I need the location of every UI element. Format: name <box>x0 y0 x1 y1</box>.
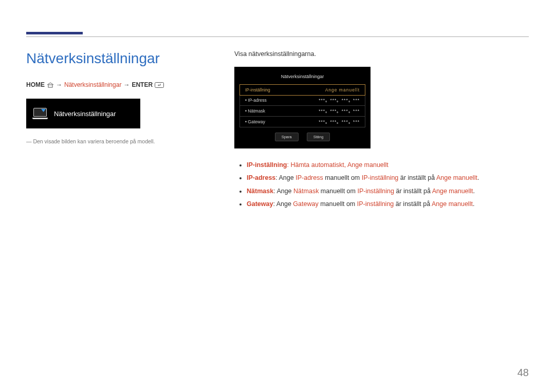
right-column: Visa nätverksinställningarna. Nätverksin… <box>234 50 529 212</box>
dialog-label: Nätmask <box>245 108 265 114</box>
dialog-value: ***｡ ***｡ ***｡ *** <box>319 119 360 124</box>
page-number: 48 <box>517 367 529 379</box>
bullet-gateway: Gateway: Ange Gateway manuellt om IP-ins… <box>247 199 529 210</box>
arrow-icon: → <box>56 81 62 88</box>
bullet-label: IP-adress <box>247 174 275 181</box>
bullet-list: IP-inställning: Hämta automatiskt, Ange … <box>234 160 529 210</box>
dialog-value: ***｡ ***｡ ***｡ *** <box>319 108 360 114</box>
intro-text: Visa nätverksinställningarna. <box>234 50 529 58</box>
bullet-label: Nätmask <box>247 188 273 195</box>
top-border <box>26 32 529 37</box>
left-column: Nätverksinställningar HOME → Nätverksins… <box>26 50 234 212</box>
bullet-label: IP-inställning <box>247 161 287 169</box>
dialog-row-ip-address[interactable]: IP-adress ***｡ ***｡ ***｡ *** <box>240 95 365 106</box>
image-note: ― Den visade bilden kan variera beroende… <box>26 138 214 146</box>
top-border-accent <box>26 32 83 34</box>
home-icon <box>47 81 54 88</box>
dialog-buttons: Spara Stäng <box>239 133 365 141</box>
dialog-label: IP-inställning <box>245 87 270 92</box>
breadcrumb-section: Nätverksinställningar <box>64 81 121 88</box>
dialog-close-button[interactable]: Stäng <box>307 133 330 141</box>
bullet-label: Gateway <box>247 200 273 208</box>
dialog-preview: Nätverksinställningar IP-inställning Ang… <box>234 67 371 148</box>
dialog-table: IP-inställning Ange manuellt IP-adress *… <box>239 84 365 127</box>
dialog-title: Nätverksinställningar <box>239 72 365 84</box>
arrow-icon: → <box>123 81 130 88</box>
menu-tile-label: Nätverksinställningar <box>54 110 116 118</box>
enter-icon <box>155 81 164 88</box>
page-title: Nätverksinställningar <box>26 50 214 67</box>
dialog-row-gateway[interactable]: Gateway ***｡ ***｡ ***｡ *** <box>240 117 365 127</box>
content: Nätverksinställningar HOME → Nätverksins… <box>26 50 529 212</box>
dialog-label: IP-adress <box>245 98 267 103</box>
bullet-netmask: Nätmask: Ange Nätmask manuellt om IP-ins… <box>247 186 529 197</box>
network-icon <box>33 108 48 119</box>
menu-tile[interactable]: Nätverksinställningar <box>26 99 140 128</box>
dialog-save-button[interactable]: Spara <box>275 133 299 141</box>
breadcrumb-enter: ENTER <box>132 81 153 88</box>
svg-rect-0 <box>48 85 52 87</box>
dialog-label: Gateway <box>245 119 265 124</box>
dialog-value: Ange manuellt <box>325 87 360 92</box>
bullet-ip-setting: IP-inställning: Hämta automatiskt, Ange … <box>247 160 529 171</box>
breadcrumb: HOME → Nätverksinställningar → ENTER <box>26 81 214 88</box>
dialog-value: ***｡ ***｡ ***｡ *** <box>319 98 360 103</box>
dialog-row-netmask[interactable]: Nätmask ***｡ ***｡ ***｡ *** <box>240 106 365 117</box>
breadcrumb-home: HOME <box>26 81 45 88</box>
dialog-row-ip-setting[interactable]: IP-inställning Ange manuellt <box>239 84 365 96</box>
bullet-ip-address: IP-adress: Ange IP-adress manuellt om IP… <box>247 173 529 183</box>
